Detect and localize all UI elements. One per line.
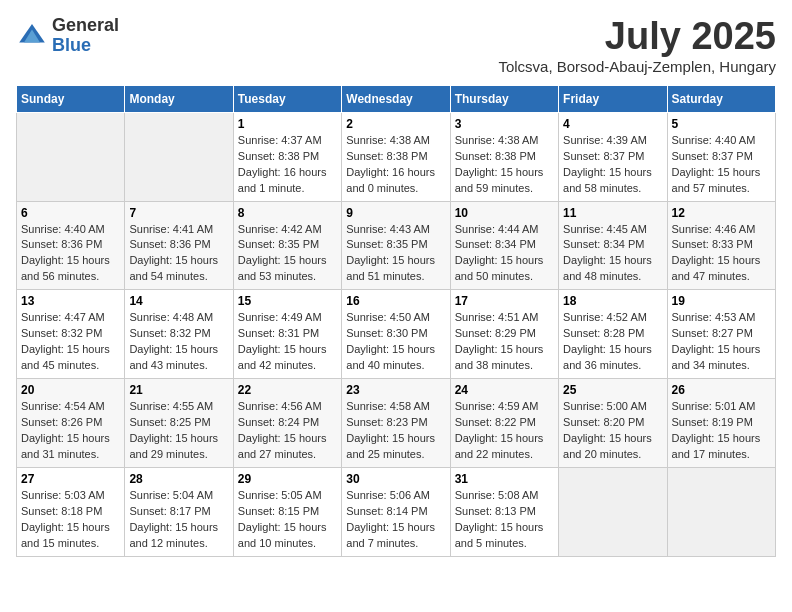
day-info: Sunrise: 4:38 AM Sunset: 8:38 PM Dayligh… <box>346 133 445 197</box>
day-info: Sunrise: 4:51 AM Sunset: 8:29 PM Dayligh… <box>455 310 554 374</box>
weekday-header: Sunday <box>17 85 125 112</box>
calendar-cell: 23Sunrise: 4:58 AM Sunset: 8:23 PM Dayli… <box>342 379 450 468</box>
day-number: 2 <box>346 117 445 131</box>
day-number: 9 <box>346 206 445 220</box>
day-number: 24 <box>455 383 554 397</box>
calendar-cell: 17Sunrise: 4:51 AM Sunset: 8:29 PM Dayli… <box>450 290 558 379</box>
day-info: Sunrise: 5:00 AM Sunset: 8:20 PM Dayligh… <box>563 399 662 463</box>
title-block: July 2025 Tolcsva, Borsod-Abauj-Zemplen,… <box>498 16 776 75</box>
day-number: 17 <box>455 294 554 308</box>
calendar-cell: 25Sunrise: 5:00 AM Sunset: 8:20 PM Dayli… <box>559 379 667 468</box>
day-info: Sunrise: 5:01 AM Sunset: 8:19 PM Dayligh… <box>672 399 771 463</box>
day-number: 30 <box>346 472 445 486</box>
calendar-cell: 14Sunrise: 4:48 AM Sunset: 8:32 PM Dayli… <box>125 290 233 379</box>
calendar-cell: 13Sunrise: 4:47 AM Sunset: 8:32 PM Dayli… <box>17 290 125 379</box>
calendar-cell: 20Sunrise: 4:54 AM Sunset: 8:26 PM Dayli… <box>17 379 125 468</box>
day-number: 8 <box>238 206 337 220</box>
calendar-cell: 12Sunrise: 4:46 AM Sunset: 8:33 PM Dayli… <box>667 201 775 290</box>
day-info: Sunrise: 5:06 AM Sunset: 8:14 PM Dayligh… <box>346 488 445 552</box>
day-number: 22 <box>238 383 337 397</box>
weekday-header: Friday <box>559 85 667 112</box>
day-number: 15 <box>238 294 337 308</box>
weekday-header: Monday <box>125 85 233 112</box>
calendar-week-row: 13Sunrise: 4:47 AM Sunset: 8:32 PM Dayli… <box>17 290 776 379</box>
day-info: Sunrise: 4:55 AM Sunset: 8:25 PM Dayligh… <box>129 399 228 463</box>
day-info: Sunrise: 4:46 AM Sunset: 8:33 PM Dayligh… <box>672 222 771 286</box>
weekday-header: Tuesday <box>233 85 341 112</box>
day-info: Sunrise: 4:52 AM Sunset: 8:28 PM Dayligh… <box>563 310 662 374</box>
day-number: 16 <box>346 294 445 308</box>
day-info: Sunrise: 4:38 AM Sunset: 8:38 PM Dayligh… <box>455 133 554 197</box>
calendar-cell: 29Sunrise: 5:05 AM Sunset: 8:15 PM Dayli… <box>233 467 341 556</box>
calendar-cell: 21Sunrise: 4:55 AM Sunset: 8:25 PM Dayli… <box>125 379 233 468</box>
day-info: Sunrise: 4:41 AM Sunset: 8:36 PM Dayligh… <box>129 222 228 286</box>
day-info: Sunrise: 4:48 AM Sunset: 8:32 PM Dayligh… <box>129 310 228 374</box>
day-info: Sunrise: 4:47 AM Sunset: 8:32 PM Dayligh… <box>21 310 120 374</box>
day-info: Sunrise: 4:45 AM Sunset: 8:34 PM Dayligh… <box>563 222 662 286</box>
day-number: 21 <box>129 383 228 397</box>
logo: General Blue <box>16 16 119 56</box>
day-info: Sunrise: 4:40 AM Sunset: 8:37 PM Dayligh… <box>672 133 771 197</box>
day-info: Sunrise: 4:40 AM Sunset: 8:36 PM Dayligh… <box>21 222 120 286</box>
calendar-header-row: SundayMondayTuesdayWednesdayThursdayFrid… <box>17 85 776 112</box>
calendar-cell: 6Sunrise: 4:40 AM Sunset: 8:36 PM Daylig… <box>17 201 125 290</box>
page-header: General Blue July 2025 Tolcsva, Borsod-A… <box>16 16 776 75</box>
day-number: 14 <box>129 294 228 308</box>
day-info: Sunrise: 5:05 AM Sunset: 8:15 PM Dayligh… <box>238 488 337 552</box>
logo-icon <box>16 20 48 52</box>
calendar-cell: 26Sunrise: 5:01 AM Sunset: 8:19 PM Dayli… <box>667 379 775 468</box>
day-info: Sunrise: 4:53 AM Sunset: 8:27 PM Dayligh… <box>672 310 771 374</box>
day-info: Sunrise: 4:56 AM Sunset: 8:24 PM Dayligh… <box>238 399 337 463</box>
calendar-cell: 22Sunrise: 4:56 AM Sunset: 8:24 PM Dayli… <box>233 379 341 468</box>
day-number: 27 <box>21 472 120 486</box>
calendar-week-row: 1Sunrise: 4:37 AM Sunset: 8:38 PM Daylig… <box>17 112 776 201</box>
day-number: 19 <box>672 294 771 308</box>
day-info: Sunrise: 4:59 AM Sunset: 8:22 PM Dayligh… <box>455 399 554 463</box>
weekday-header: Thursday <box>450 85 558 112</box>
logo-blue-text: Blue <box>52 36 119 56</box>
day-number: 4 <box>563 117 662 131</box>
calendar-cell: 18Sunrise: 4:52 AM Sunset: 8:28 PM Dayli… <box>559 290 667 379</box>
calendar-cell: 11Sunrise: 4:45 AM Sunset: 8:34 PM Dayli… <box>559 201 667 290</box>
day-info: Sunrise: 4:39 AM Sunset: 8:37 PM Dayligh… <box>563 133 662 197</box>
day-info: Sunrise: 4:42 AM Sunset: 8:35 PM Dayligh… <box>238 222 337 286</box>
location-title: Tolcsva, Borsod-Abauj-Zemplen, Hungary <box>498 58 776 75</box>
logo-general-text: General <box>52 16 119 36</box>
calendar-cell: 5Sunrise: 4:40 AM Sunset: 8:37 PM Daylig… <box>667 112 775 201</box>
day-info: Sunrise: 4:49 AM Sunset: 8:31 PM Dayligh… <box>238 310 337 374</box>
calendar-cell: 8Sunrise: 4:42 AM Sunset: 8:35 PM Daylig… <box>233 201 341 290</box>
calendar-cell: 2Sunrise: 4:38 AM Sunset: 8:38 PM Daylig… <box>342 112 450 201</box>
day-number: 3 <box>455 117 554 131</box>
calendar-cell <box>559 467 667 556</box>
calendar-cell <box>667 467 775 556</box>
calendar-cell: 30Sunrise: 5:06 AM Sunset: 8:14 PM Dayli… <box>342 467 450 556</box>
calendar-cell: 7Sunrise: 4:41 AM Sunset: 8:36 PM Daylig… <box>125 201 233 290</box>
day-info: Sunrise: 4:43 AM Sunset: 8:35 PM Dayligh… <box>346 222 445 286</box>
day-info: Sunrise: 5:04 AM Sunset: 8:17 PM Dayligh… <box>129 488 228 552</box>
day-info: Sunrise: 4:54 AM Sunset: 8:26 PM Dayligh… <box>21 399 120 463</box>
day-info: Sunrise: 5:03 AM Sunset: 8:18 PM Dayligh… <box>21 488 120 552</box>
day-info: Sunrise: 4:50 AM Sunset: 8:30 PM Dayligh… <box>346 310 445 374</box>
calendar-cell: 31Sunrise: 5:08 AM Sunset: 8:13 PM Dayli… <box>450 467 558 556</box>
calendar-cell: 19Sunrise: 4:53 AM Sunset: 8:27 PM Dayli… <box>667 290 775 379</box>
calendar-week-row: 27Sunrise: 5:03 AM Sunset: 8:18 PM Dayli… <box>17 467 776 556</box>
month-title: July 2025 <box>498 16 776 58</box>
weekday-header: Wednesday <box>342 85 450 112</box>
calendar-table: SundayMondayTuesdayWednesdayThursdayFrid… <box>16 85 776 557</box>
day-number: 25 <box>563 383 662 397</box>
calendar-cell: 16Sunrise: 4:50 AM Sunset: 8:30 PM Dayli… <box>342 290 450 379</box>
day-info: Sunrise: 4:58 AM Sunset: 8:23 PM Dayligh… <box>346 399 445 463</box>
day-number: 1 <box>238 117 337 131</box>
calendar-week-row: 20Sunrise: 4:54 AM Sunset: 8:26 PM Dayli… <box>17 379 776 468</box>
day-number: 28 <box>129 472 228 486</box>
calendar-cell: 1Sunrise: 4:37 AM Sunset: 8:38 PM Daylig… <box>233 112 341 201</box>
day-number: 6 <box>21 206 120 220</box>
day-number: 7 <box>129 206 228 220</box>
calendar-cell: 4Sunrise: 4:39 AM Sunset: 8:37 PM Daylig… <box>559 112 667 201</box>
day-number: 11 <box>563 206 662 220</box>
calendar-body: 1Sunrise: 4:37 AM Sunset: 8:38 PM Daylig… <box>17 112 776 556</box>
calendar-cell: 10Sunrise: 4:44 AM Sunset: 8:34 PM Dayli… <box>450 201 558 290</box>
calendar-cell: 3Sunrise: 4:38 AM Sunset: 8:38 PM Daylig… <box>450 112 558 201</box>
day-info: Sunrise: 4:44 AM Sunset: 8:34 PM Dayligh… <box>455 222 554 286</box>
calendar-cell: 24Sunrise: 4:59 AM Sunset: 8:22 PM Dayli… <box>450 379 558 468</box>
